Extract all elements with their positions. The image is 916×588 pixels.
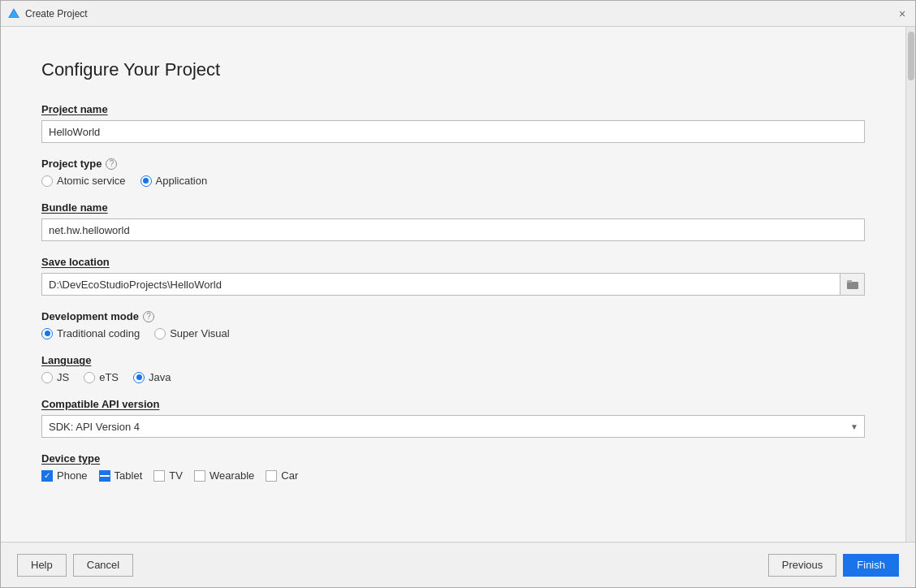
project-type-group: Project type ? Atomic service Applicatio… bbox=[41, 158, 865, 187]
lang-ets-option[interactable]: eTS bbox=[84, 371, 119, 383]
lang-js-label: JS bbox=[57, 371, 69, 383]
mode-supervisual-option[interactable]: Super Visual bbox=[154, 327, 229, 339]
lang-js-radio[interactable] bbox=[41, 372, 53, 383]
device-type-group: Device type Phone Tablet TV bbox=[41, 452, 865, 482]
project-type-atomic-radio[interactable] bbox=[41, 175, 53, 187]
development-mode-group: Development mode ? Traditional coding Su… bbox=[41, 310, 865, 339]
device-tv-label: TV bbox=[169, 469, 183, 482]
device-phone-checkbox[interactable] bbox=[41, 470, 53, 482]
device-car-option[interactable]: Car bbox=[266, 469, 298, 482]
previous-button[interactable]: Previous bbox=[768, 554, 837, 577]
language-label: Language bbox=[41, 354, 865, 366]
save-location-row bbox=[41, 273, 865, 296]
device-tablet-label: Tablet bbox=[114, 469, 143, 482]
api-version-select[interactable]: SDK: API Version 4 SDK: API Version 3 SD… bbox=[41, 415, 865, 438]
help-button[interactable]: Help bbox=[17, 554, 67, 577]
save-location-input[interactable] bbox=[41, 273, 840, 296]
development-mode-radio-group: Traditional coding Super Visual bbox=[41, 327, 865, 339]
lang-java-radio[interactable] bbox=[133, 372, 145, 383]
project-type-application-radio[interactable] bbox=[140, 175, 152, 187]
project-type-radio-group: Atomic service Application bbox=[41, 175, 865, 187]
project-type-atomic-label: Atomic service bbox=[57, 175, 126, 187]
device-car-checkbox[interactable] bbox=[266, 470, 277, 482]
language-radio-group: JS eTS Java bbox=[41, 371, 865, 383]
page-title: Configure Your Project bbox=[41, 59, 865, 80]
save-location-group: Save location bbox=[41, 256, 865, 296]
device-tv-checkbox[interactable] bbox=[153, 470, 165, 482]
api-version-group: Compatible API version SDK: API Version … bbox=[41, 398, 865, 438]
device-wearable-checkbox[interactable] bbox=[194, 470, 205, 482]
bundle-name-group: Bundle name bbox=[41, 201, 865, 241]
mode-traditional-option[interactable]: Traditional coding bbox=[41, 327, 140, 339]
create-project-window: Create Project × Configure Your Project … bbox=[0, 0, 916, 588]
close-button[interactable]: × bbox=[896, 7, 909, 20]
project-type-atomic-option[interactable]: Atomic service bbox=[41, 175, 126, 187]
content-area: Configure Your Project Project name Proj… bbox=[1, 27, 915, 542]
lang-java-option[interactable]: Java bbox=[133, 371, 171, 383]
api-version-select-wrapper: SDK: API Version 4 SDK: API Version 3 SD… bbox=[41, 415, 865, 438]
language-group: Language JS eTS Java bbox=[41, 354, 865, 383]
project-type-help-icon[interactable]: ? bbox=[106, 158, 117, 170]
device-wearable-option[interactable]: Wearable bbox=[194, 469, 254, 482]
footer: Help Cancel Previous Finish bbox=[1, 542, 915, 587]
lang-js-option[interactable]: JS bbox=[41, 371, 69, 383]
device-phone-option[interactable]: Phone bbox=[41, 469, 88, 482]
bundle-name-input[interactable] bbox=[41, 218, 865, 241]
finish-button[interactable]: Finish bbox=[843, 554, 899, 577]
window-title: Create Project bbox=[25, 8, 896, 19]
project-type-application-label: Application bbox=[156, 175, 208, 187]
app-icon bbox=[7, 7, 20, 20]
project-name-input[interactable] bbox=[41, 120, 865, 143]
footer-left: Help Cancel bbox=[17, 554, 133, 577]
project-type-label-row: Project type ? bbox=[41, 158, 865, 170]
folder-icon bbox=[847, 279, 858, 289]
browse-button[interactable] bbox=[840, 273, 865, 296]
main-content: Configure Your Project Project name Proj… bbox=[1, 27, 905, 542]
cancel-button[interactable]: Cancel bbox=[73, 554, 133, 577]
mode-supervisual-radio[interactable] bbox=[154, 328, 166, 339]
device-wearable-label: Wearable bbox=[210, 469, 254, 482]
mode-traditional-label: Traditional coding bbox=[57, 327, 140, 339]
device-phone-label: Phone bbox=[57, 469, 88, 482]
scrollbar-thumb[interactable] bbox=[908, 32, 914, 80]
device-type-checkbox-group: Phone Tablet TV Wearable bbox=[41, 469, 865, 482]
bundle-name-label: Bundle name bbox=[41, 201, 865, 214]
device-tablet-checkbox[interactable] bbox=[99, 470, 110, 482]
project-name-group: Project name bbox=[41, 103, 865, 143]
scrollbar-track[interactable] bbox=[905, 27, 915, 542]
development-mode-help-icon[interactable]: ? bbox=[143, 311, 154, 322]
lang-java-label: Java bbox=[149, 371, 171, 383]
development-mode-label-row: Development mode ? bbox=[41, 310, 865, 322]
save-location-label: Save location bbox=[41, 256, 865, 268]
project-type-application-option[interactable]: Application bbox=[140, 175, 208, 187]
device-type-label: Device type bbox=[41, 452, 865, 465]
footer-right: Previous Finish bbox=[768, 554, 899, 577]
titlebar: Create Project × bbox=[1, 1, 915, 27]
device-tv-option[interactable]: TV bbox=[153, 469, 183, 482]
device-tablet-option[interactable]: Tablet bbox=[99, 469, 143, 482]
lang-ets-label: eTS bbox=[99, 371, 119, 383]
project-name-label: Project name bbox=[41, 103, 865, 115]
mode-traditional-radio[interactable] bbox=[41, 328, 53, 339]
device-car-label: Car bbox=[281, 469, 298, 482]
svg-rect-3 bbox=[847, 280, 852, 283]
api-version-label: Compatible API version bbox=[41, 398, 865, 410]
svg-rect-2 bbox=[847, 282, 858, 289]
development-mode-label: Development mode bbox=[41, 310, 139, 322]
project-type-label: Project type bbox=[41, 158, 102, 170]
mode-supervisual-label: Super Visual bbox=[170, 327, 229, 339]
lang-ets-radio[interactable] bbox=[84, 372, 95, 383]
